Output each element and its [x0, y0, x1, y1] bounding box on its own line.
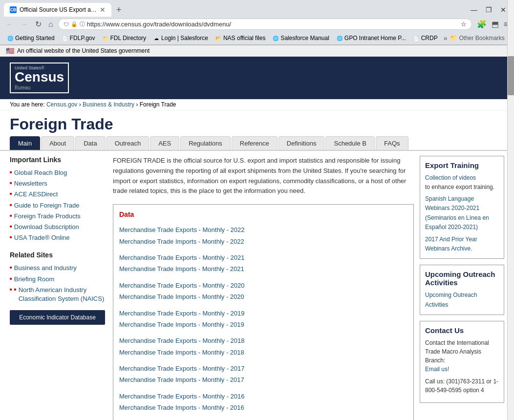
sidebar: Important Links Global Reach Blog Newsle…	[10, 156, 105, 420]
tab-close-button[interactable]: ✕	[100, 6, 106, 14]
data-export-link[interactable]: Merchandise Trade Exports - Monthly - 20…	[119, 308, 407, 319]
tab-data[interactable]: Data	[75, 136, 105, 150]
data-year-group: Merchandise Trade Exports - Monthly - 20…	[119, 335, 407, 358]
bookmark-favicon: 📁	[102, 35, 109, 42]
forward-button[interactable]: →	[19, 19, 30, 30]
browser-tab[interactable]: CB Official Source US Export and I ✕	[4, 3, 111, 17]
data-export-link[interactable]: Merchandise Trade Exports - Monthly - 20…	[119, 252, 407, 263]
maximize-button[interactable]: ❒	[482, 5, 495, 15]
scrollbar-track[interactable]	[507, 0, 514, 420]
right-sidebar: Export Training Collection of videos to …	[414, 156, 504, 420]
gov-banner: 🇺🇸 An official website of the United Sta…	[0, 45, 514, 57]
reload-button[interactable]: ↻	[33, 19, 43, 30]
census-logo[interactable]: United States® Census Bureau	[10, 63, 504, 93]
bookmark-favicon: 📄	[62, 35, 68, 42]
archive-link[interactable]: 2017 And Prior Year Webinars Archive.	[425, 235, 499, 253]
back-button[interactable]: ←	[4, 19, 16, 30]
data-year-group: Merchandise Trade Exports - Monthly - 20…	[119, 252, 407, 275]
new-tab-button[interactable]: +	[113, 4, 125, 16]
breadcrumb-section[interactable]: Business & Industry	[83, 101, 134, 108]
list-item[interactable]: Guide to Foreign Trade	[10, 200, 105, 211]
data-import-link[interactable]: Merchandise Trade Imports - Monthly - 20…	[119, 347, 407, 358]
profile-button[interactable]: ⬒	[490, 19, 501, 30]
bookmark-nas[interactable]: 📂 NAS official files	[212, 34, 268, 42]
data-import-link[interactable]: Merchandise Trade Imports - Monthly - 20…	[119, 291, 407, 302]
data-import-link[interactable]: Merchandise Trade Imports - Monthly - 20…	[119, 319, 407, 330]
list-item[interactable]: ACE AESDirect	[10, 189, 105, 200]
data-export-link[interactable]: Merchandise Trade Exports - Monthly - 20…	[119, 224, 407, 235]
list-item[interactable]: Download Subscription	[10, 222, 105, 232]
list-item[interactable]: USA Trade® Online	[10, 232, 105, 243]
list-item[interactable]: Business and Industry	[10, 263, 105, 273]
data-import-link[interactable]: Merchandise Trade Imports - Monthly - 20…	[119, 402, 407, 413]
bookmark-fdlp[interactable]: 📄 FDLP.gov	[59, 34, 98, 42]
data-year-group: Merchandise Trade Exports - Monthly - 20…	[119, 419, 407, 420]
breadcrumb-current: Foreign Trade	[140, 101, 176, 108]
url-text: https://www.census.gov/trade/downloads/d…	[87, 21, 459, 28]
list-item[interactable]: Foreign Trade Products	[10, 211, 105, 222]
tab-outreach[interactable]: Outreach	[107, 136, 149, 150]
data-import-link[interactable]: Merchandise Trade Imports - Monthly - 20…	[119, 374, 407, 385]
browser-titlebar: CB Official Source US Export and I ✕ + —…	[0, 0, 514, 17]
collection-videos-link[interactable]: Collection of videos	[425, 173, 499, 183]
bookmark-favicon: 📂	[215, 35, 222, 42]
toolbar-icons: 🧩 ⬒ ≡	[475, 19, 510, 30]
tab-definitions[interactable]: Definitions	[278, 136, 325, 150]
gov-banner-text: An official website of the United States…	[17, 47, 150, 54]
tab-aes[interactable]: AES	[150, 136, 179, 150]
economic-indicator-database-button[interactable]: Economic Indicator Database	[10, 310, 105, 325]
related-sites-list: Business and Industry Briefing Room ■ No…	[10, 263, 105, 304]
shield-icon: 🛡	[64, 21, 69, 27]
data-export-link[interactable]: Merchandise Trade Exports - Monthly - 20…	[119, 363, 407, 374]
bookmark-gpo[interactable]: 🌐 GPO Intranet Home P...	[333, 34, 409, 42]
bookmark-salesforce-manual[interactable]: 🌐 Salesforce Manual	[269, 34, 332, 42]
home-button[interactable]: ⌂	[46, 19, 55, 30]
bookmark-favicon: 🌐	[336, 35, 343, 42]
breadcrumb-home[interactable]: Census.gov	[46, 101, 77, 108]
other-bookmarks[interactable]: 📁Other Bookmarks	[450, 35, 504, 42]
tab-about[interactable]: About	[41, 136, 74, 150]
tab-faqs[interactable]: FAQs	[376, 136, 408, 150]
spanish-webinars-link[interactable]: Spanish Language Webinars 2020-2021 (Sem…	[425, 194, 499, 232]
bookmark-favicon: 📄	[413, 35, 420, 42]
address-bar[interactable]: 🛡 🔒 ⓘ https://www.census.gov/trade/downl…	[58, 19, 472, 30]
tab-main[interactable]: Main	[10, 136, 40, 150]
outreach-activities-link[interactable]: Upcoming Outreach Activities	[425, 291, 499, 309]
bookmark-favicon: 🌐	[272, 35, 279, 42]
bookmark-fdl-dir[interactable]: 📁 FDL Directory	[99, 34, 150, 42]
bookmark-crdp[interactable]: 📄 CRDP	[410, 34, 441, 42]
bookmarks-overflow[interactable]: »	[442, 33, 450, 43]
data-import-link[interactable]: Merchandise Trade Imports - Monthly - 20…	[119, 236, 407, 247]
logo-bureau: Bureau	[15, 85, 64, 90]
data-year-group: Merchandise Trade Exports - Monthly - 20…	[119, 280, 407, 303]
main-content: Important Links Global Reach Blog Newsle…	[0, 151, 514, 420]
data-box-title: Data	[119, 210, 407, 218]
export-training-box: Export Training Collection of videos to …	[420, 156, 504, 259]
contact-body: Contact the International Trade Macro An…	[425, 338, 499, 374]
data-import-link[interactable]: Merchandise Trade Imports - Monthly - 20…	[119, 263, 407, 274]
data-export-link[interactable]: Merchandise Trade Exports - Monthly - 20…	[119, 280, 407, 291]
scrollbar-thumb[interactable]	[508, 56, 514, 95]
site-header: United States® Census Bureau	[0, 57, 514, 99]
outreach-box: Upcoming Outreach Activities Upcoming Ou…	[420, 265, 504, 315]
email-link[interactable]: Email us!	[425, 365, 499, 374]
data-export-link[interactable]: Merchandise Trade Exports - Monthly - 20…	[119, 419, 407, 420]
tab-title: Official Source US Export and I	[20, 6, 97, 13]
bookmark-getting-started[interactable]: 🌐 Getting Started	[4, 34, 58, 42]
tab-regulations[interactable]: Regulations	[180, 136, 231, 150]
list-item[interactable]: Briefing Room	[10, 274, 105, 285]
bookmark-salesforce[interactable]: ☁ Login | Salesforce	[150, 34, 211, 42]
logo-main: Census	[15, 70, 64, 84]
minimize-button[interactable]: —	[467, 5, 481, 15]
list-item[interactable]: Global Reach Blog	[10, 168, 105, 178]
list-item[interactable]: Newsletters	[10, 178, 105, 189]
export-training-title: Export Training	[425, 161, 499, 169]
tab-schedule-b[interactable]: Schedule B	[325, 136, 375, 150]
page-title: Foreign Trade	[0, 110, 514, 136]
list-item[interactable]: ■ North American Industry Classification…	[10, 285, 105, 304]
tab-reference[interactable]: Reference	[232, 136, 278, 150]
data-export-link[interactable]: Merchandise Trade Exports - Monthly - 20…	[119, 391, 407, 402]
extensions-button[interactable]: 🧩	[475, 19, 489, 30]
bookmark-icon[interactable]: ☆	[461, 21, 467, 28]
data-export-link[interactable]: Merchandise Trade Exports - Monthly - 20…	[119, 335, 407, 346]
